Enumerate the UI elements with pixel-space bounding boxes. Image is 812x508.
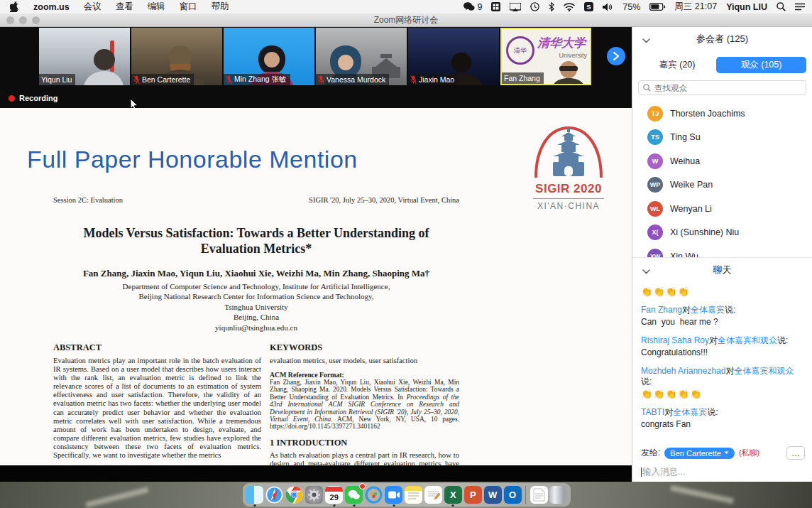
paper-email: yiqunliu@tsinghua.edu.cn [53, 323, 459, 333]
tab-guests[interactable]: 嘉宾 (20) [638, 59, 716, 71]
person-silhouette [76, 47, 128, 85]
avatar: WL [647, 201, 663, 217]
video-tile-yiqun-liu[interactable]: Yiqun Liu [39, 28, 130, 85]
grid-status-icon[interactable] [491, 2, 500, 11]
dock-excel-icon[interactable]: X [444, 485, 462, 504]
running-indicator [333, 504, 335, 507]
letterbox-bar [0, 465, 632, 482]
dock-finder-icon[interactable] [246, 485, 264, 504]
window-title-bar[interactable]: Zoom网络研讨会 [0, 13, 812, 27]
message-audience: 全体嘉宾 [673, 407, 707, 417]
chevron-right-icon [613, 52, 620, 60]
muted-mic-icon [410, 75, 417, 84]
collapse-chat-icon[interactable] [642, 266, 650, 276]
participants-title: 参会者 (125) [696, 33, 748, 45]
attendee-row[interactable]: TS Ting Su [632, 126, 812, 150]
zoom-window-body: Yiqun Liu Ben Carterette Min Zhan [0, 27, 812, 482]
menu-edit[interactable]: 编辑 [148, 1, 165, 13]
attendee-name: Wenyan Li [670, 204, 712, 214]
menu-meeting[interactable]: 会议 [84, 1, 102, 13]
paper-affiliation-1: Department of Computer Science and Techn… [53, 281, 459, 291]
private-chat-label: (私聊) [739, 448, 759, 458]
menu-user-name[interactable]: Yiqun LIU [726, 2, 767, 12]
screen-mirroring-icon[interactable] [510, 3, 521, 11]
chat-title: 聊天 [713, 264, 732, 276]
s-app-status-icon[interactable]: S [584, 2, 593, 11]
dock-preview-icon[interactable] [530, 485, 548, 504]
dock-calendar-icon[interactable]: 29 [325, 485, 344, 504]
menu-app-name[interactable]: zoom.us [33, 2, 70, 12]
acm-reference-heading: ACM Reference Format: [270, 371, 459, 379]
attendee-name: Thorsten Joachims [670, 109, 745, 119]
spotlight-search-icon[interactable] [777, 2, 786, 11]
chat-input[interactable]: 输入消息... [641, 466, 805, 478]
message-audience: 全体嘉宾和观众 [734, 366, 794, 376]
menu-help[interactable]: 帮助 [212, 1, 229, 13]
abstract-text: Evaluation metrics play an important rol… [53, 357, 261, 460]
next-videos-button[interactable] [607, 47, 625, 65]
dock-system-preferences-icon[interactable] [305, 485, 324, 504]
menu-window[interactable]: 窗口 [180, 1, 197, 13]
attendee-row[interactable]: WP Weike Pan [632, 173, 812, 198]
dock-outlook-icon[interactable]: O [503, 485, 522, 504]
apple-icon[interactable] [10, 1, 19, 12]
chat-input-placeholder: 输入消息... [642, 466, 685, 478]
keywords-heading: KEYWORDS [270, 342, 459, 353]
dock-notes-icon[interactable] [405, 485, 423, 504]
time-machine-icon[interactable] [530, 2, 539, 11]
sigir-logo-text: SIGIR 2020 [529, 182, 608, 196]
running-indicator [253, 504, 256, 507]
video-tile-vanessa-murdock[interactable]: Vanessa Murdock [316, 28, 407, 85]
dock-chrome-icon[interactable] [285, 485, 304, 504]
notification-center-icon[interactable] [795, 3, 805, 11]
video-tile-jiaxin-mao[interactable]: Jiaxin Mao [408, 28, 499, 85]
dock-zoom-icon[interactable] [385, 485, 403, 504]
dock-trash-icon[interactable] [549, 485, 568, 504]
wechat-status-icon[interactable]: 9 [463, 2, 482, 12]
dock-powerpoint-icon[interactable]: P [463, 485, 482, 504]
participant-name-label: Yiqun Liu [41, 75, 72, 84]
dock-textedit-icon[interactable] [424, 485, 442, 504]
chat-messages[interactable]: 👏👏👏👏 Fan Zhang对全体嘉宾说: Can you hear me ? … [632, 282, 812, 447]
wifi-icon[interactable] [564, 3, 575, 11]
paper-authors: Fan Zhang, Jiaxin Mao, Yiqun Liu, Xiaohu… [53, 268, 459, 279]
message-sender: Fan Zhang [641, 305, 682, 315]
menu-clock[interactable]: 周三 21:07 [674, 1, 717, 13]
collapse-participants-icon[interactable] [642, 35, 650, 45]
window-title: Zoom网络研讨会 [0, 14, 812, 26]
participant-name-label: Min Zhang 张敏 [234, 75, 287, 85]
chat-more-button[interactable]: … [786, 446, 805, 460]
battery-percent: 75% [622, 2, 640, 12]
dock-wechat-icon[interactable] [345, 485, 363, 504]
abstract-heading: ABSTRACT [53, 342, 261, 353]
attendee-row[interactable]: TJ Thorsten Joachims [632, 102, 812, 126]
participants-tabs: 嘉宾 (20) 观众 (105) [638, 57, 806, 73]
sidebar: 参会者 (125) 嘉宾 (20) 观众 (105) TJ Thorsten J… [632, 27, 812, 482]
video-tile-fan-zhang[interactable]: 清华 清华大学 University Fan Zhang [500, 28, 591, 85]
attendee-row[interactable]: XW Xin Wu [632, 244, 812, 257]
dock-conference-app-icon[interactable] [365, 485, 383, 504]
message-sender: Mozhdeh Ariannezhad [641, 366, 725, 376]
participants-header: 参会者 (125) [632, 27, 812, 51]
introduction-text: As batch evaluation plays a central part… [270, 451, 459, 465]
attendee-row[interactable]: WL Wenyan Li [632, 197, 812, 221]
wechat-unread-count: 9 [477, 2, 482, 12]
bluetooth-icon[interactable] [549, 2, 554, 11]
message-text: 👏👏👏👏 [641, 286, 803, 297]
menu-view[interactable]: 查看 [116, 1, 133, 13]
volume-icon[interactable] [603, 3, 613, 11]
sigir-logo-city: XI'AN·CHINA [529, 201, 608, 211]
video-tile-min-zhang[interactable]: Min Zhang 张敏 [224, 28, 314, 85]
video-tile-ben-carterette[interactable]: Ben Carterette [131, 28, 222, 85]
paper-affiliation-3: Tsinghua University [53, 302, 459, 312]
tab-audience[interactable]: 观众 (105) [716, 57, 806, 73]
attendee-row[interactable]: X( Xi (Sunshine) Niu [632, 221, 812, 245]
dock-word-icon[interactable]: W [483, 485, 502, 504]
recipient-dropdown[interactable]: Ben Carterette [664, 448, 735, 459]
search-attendees-box[interactable] [638, 80, 806, 95]
chat-message: Rishiraj Saha Roy对全体嘉宾和观众说: Congratulati… [641, 335, 803, 358]
calendar-day: 29 [330, 492, 339, 503]
attendee-row[interactable]: W Weihua [632, 149, 812, 173]
search-attendees-input[interactable] [654, 84, 801, 92]
dock-safari-icon[interactable] [265, 485, 284, 504]
